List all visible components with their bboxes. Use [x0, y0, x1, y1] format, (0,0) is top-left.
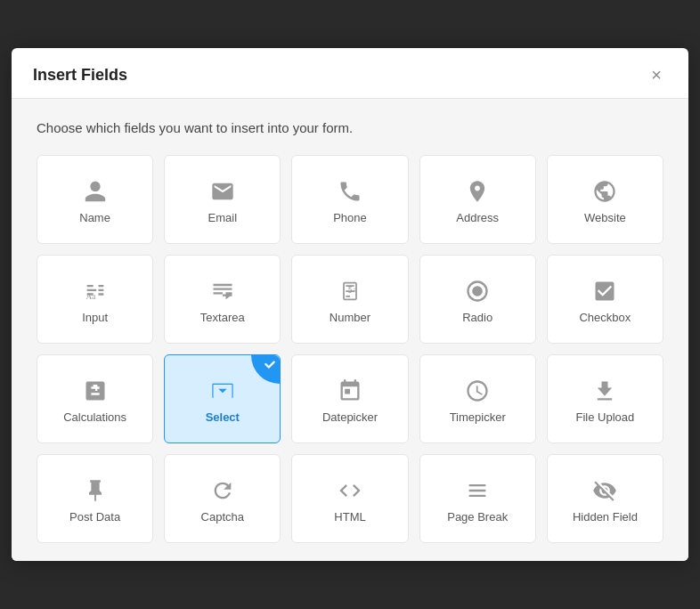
field-card-textarea[interactable]: Textarea — [164, 255, 281, 344]
field-card-radio[interactable]: Radio — [419, 255, 536, 344]
field-label-email: Email — [208, 211, 238, 224]
captcha-icon — [210, 478, 235, 503]
checkbox-icon — [592, 279, 617, 304]
close-button[interactable]: × — [646, 64, 667, 85]
field-label-file-upload: File Upload — [576, 410, 635, 424]
field-card-file-upload[interactable]: File Upload — [547, 354, 663, 443]
field-label-select: Select — [206, 410, 240, 424]
svg-point-3 — [472, 286, 483, 296]
field-label-datepicker: Datepicker — [322, 410, 378, 424]
input-icon: Aa — [83, 279, 108, 304]
datepicker-icon — [338, 378, 362, 403]
field-label-address: Address — [456, 211, 499, 224]
select-icon — [210, 378, 235, 403]
field-label-calculations: Calculations — [63, 410, 126, 424]
email-icon — [210, 179, 235, 204]
calculations-icon — [83, 378, 108, 403]
textarea-icon — [210, 279, 235, 304]
field-label-captcha: Captcha — [201, 510, 244, 524]
field-card-datepicker[interactable]: Datepicker — [291, 354, 408, 443]
field-label-number: Number — [330, 311, 370, 324]
field-label-html: HTML — [334, 510, 365, 524]
field-label-textarea: Textarea — [200, 311, 245, 324]
field-card-input[interactable]: AaInput — [37, 255, 153, 344]
svg-text:Aa: Aa — [85, 292, 96, 301]
field-card-calculations[interactable]: Calculations — [37, 354, 153, 443]
field-label-checkbox: Checkbox — [579, 311, 631, 324]
hidden-field-icon — [592, 478, 617, 503]
field-label-post-data: Post Data — [69, 510, 120, 524]
field-card-phone[interactable]: Phone — [291, 155, 408, 244]
field-card-captcha[interactable]: Captcha — [164, 454, 281, 543]
field-label-input: Input — [82, 311, 108, 324]
file-upload-icon — [592, 378, 617, 403]
modal-title: Insert Fields — [33, 66, 127, 85]
radio-icon — [465, 279, 490, 304]
field-card-number[interactable]: 5÷Number — [291, 255, 408, 344]
insert-fields-modal: Insert Fields × Choose which fields you … — [12, 48, 688, 561]
html-icon — [338, 478, 362, 503]
field-label-timepicker: Timepicker — [450, 410, 506, 424]
field-card-hidden-field[interactable]: Hidden Field — [547, 454, 663, 543]
field-label-hidden-field: Hidden Field — [573, 510, 638, 524]
number-icon: 5÷ — [338, 279, 362, 304]
field-card-website[interactable]: Website — [547, 155, 663, 244]
address-icon — [465, 179, 490, 204]
timepicker-icon — [465, 378, 490, 403]
modal-body: Choose which fields you want to insert i… — [12, 99, 688, 561]
field-card-html[interactable]: HTML — [291, 454, 408, 543]
post-data-icon — [83, 478, 108, 503]
field-card-email[interactable]: Email — [164, 155, 281, 244]
page-break-icon — [465, 478, 490, 503]
field-label-website: Website — [584, 211, 626, 224]
field-label-phone: Phone — [333, 211, 367, 224]
selected-check-badge — [251, 355, 280, 384]
field-card-select[interactable]: Select — [164, 354, 281, 443]
field-card-address[interactable]: Address — [419, 155, 536, 244]
fields-grid: NameEmailPhoneAddressWebsiteAaInputTexta… — [37, 155, 663, 543]
field-label-radio: Radio — [462, 311, 492, 324]
modal-header: Insert Fields × — [12, 48, 688, 99]
field-card-timepicker[interactable]: Timepicker — [419, 354, 536, 443]
svg-text:5÷: 5÷ — [348, 286, 357, 295]
field-card-checkbox[interactable]: Checkbox — [547, 255, 663, 344]
phone-icon — [338, 179, 362, 204]
field-card-post-data[interactable]: Post Data — [37, 454, 153, 543]
field-label-name: Name — [79, 211, 110, 224]
modal-subtitle: Choose which fields you want to insert i… — [37, 120, 663, 135]
name-icon — [83, 179, 108, 204]
field-label-page-break: Page Break — [447, 510, 508, 524]
website-icon — [592, 179, 617, 204]
field-card-name[interactable]: Name — [37, 155, 153, 244]
modal-overlay: Insert Fields × Choose which fields you … — [0, 0, 700, 609]
field-card-page-break[interactable]: Page Break — [419, 454, 536, 543]
